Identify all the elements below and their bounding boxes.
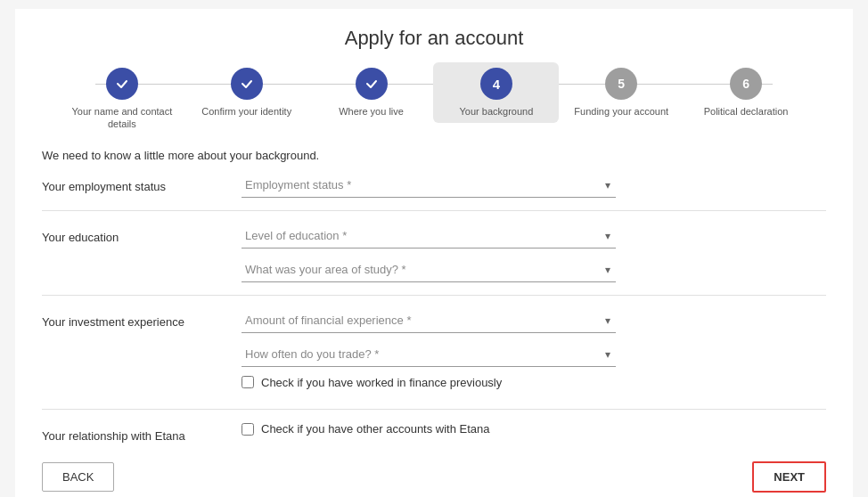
bottom-bar: BACK NEXT [42,461,826,493]
step-3-label: Where you live [339,105,404,118]
relationship-label: Your relationship with Etana [42,429,185,443]
financial-select-wrapper: Amount of financial experience * None Li… [242,308,616,333]
step-4: 4 Your background [433,62,559,123]
finance-checkbox-label[interactable]: Check if you have worked in finance prev… [261,376,502,389]
step-6-label: Political declaration [704,105,789,118]
step-6: 6 Political declaration [684,68,808,118]
step-2: Confirm your identity [184,68,309,118]
study-select[interactable]: What was your area of study? * Finance E… [242,257,616,282]
education-select-wrapper: Level of education * High School Bachelo… [242,224,616,248]
step-1-circle [106,68,138,100]
etana-checkbox-row: Check if you have other accounts with Et… [242,422,826,436]
step-5-label: Funding your account [574,105,668,118]
education-label: Your education [42,231,119,244]
divider-3 [42,409,826,410]
page-container: Apply for an account Your name and conta… [15,9,853,497]
step-4-label: Your background [460,105,534,118]
step-4-circle: 4 [480,68,512,100]
step-5-circle: 5 [605,68,637,100]
step-3-circle [356,68,388,100]
form-section: We need to know a little more about your… [42,149,826,444]
financial-select[interactable]: Amount of financial experience * None Li… [242,308,616,333]
step-3: Where you live [309,68,434,118]
step-2-label: Confirm your identity [201,105,291,118]
study-select-wrapper: What was your area of study? * Finance E… [242,257,616,282]
employment-label: Your employment status [42,180,166,193]
employment-select[interactable]: Employment status * Employed Self-Employ… [242,173,616,198]
finance-checkbox[interactable] [242,376,254,388]
education-select[interactable]: Level of education * High School Bachelo… [242,224,616,248]
next-button[interactable]: NEXT [752,461,826,493]
step-1-label: Your name and contact details [60,105,184,131]
investment-label: Your investment experience [42,315,184,329]
trade-select-wrapper: How often do you trade? * Rarely Monthly… [242,342,616,367]
stepper: Your name and contact details Confirm yo… [42,68,826,131]
step-6-circle: 6 [730,68,762,100]
back-button[interactable]: BACK [42,462,114,492]
step-2-circle [231,68,263,100]
divider-2 [42,295,826,296]
step-1: Your name and contact details [60,68,184,131]
page-title: Apply for an account [42,27,826,50]
intro-text: We need to know a little more about your… [42,149,826,162]
trade-select[interactable]: How often do you trade? * Rarely Monthly… [242,342,616,367]
relationship-section: Your relationship with Etana Check if yo… [42,422,826,444]
etana-checkbox[interactable] [242,423,254,436]
etana-checkbox-label[interactable]: Check if you have other accounts with Et… [261,422,490,436]
education-section: Your education Level of education * High… [42,224,826,282]
divider-1 [42,210,826,211]
finance-checkbox-row: Check if you have worked in finance prev… [242,376,826,389]
employment-select-wrapper: Employment status * Employed Self-Employ… [242,173,616,198]
employment-section: Your employment status Employment status… [42,173,826,198]
investment-section: Your investment experience Amount of fin… [42,308,826,396]
step-5: 5 Funding your account [559,68,684,118]
